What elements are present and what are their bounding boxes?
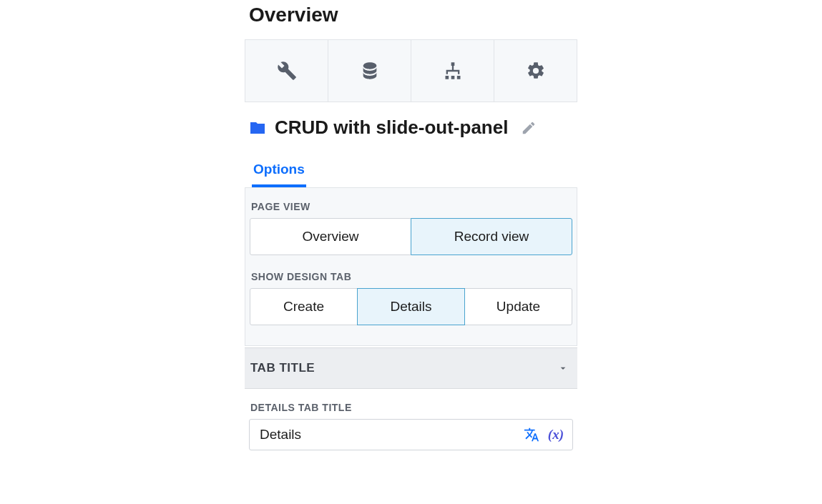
page-title: CRUD with slide-out-panel [275,117,508,139]
page-view-overview-button[interactable]: Overview [250,218,411,255]
page-view-label: PAGE VIEW [250,201,572,212]
design-tab-update-button[interactable]: Update [464,288,572,325]
tab-title-body: DETAILS TAB TITLE (x) [245,389,577,453]
database-icon[interactable] [328,40,411,102]
page-view-record-view-button[interactable]: Record view [411,218,572,255]
overview-title: Overview [245,4,577,26]
details-tab-title-label: DETAILS TAB TITLE [249,402,573,413]
design-tab-details-button[interactable]: Details [357,288,465,325]
tools-icon[interactable] [245,40,328,102]
tabs: Options [245,156,577,187]
show-design-tab-segmented: Create Details Update [250,288,572,325]
folder-icon [248,119,268,137]
variable-icon[interactable]: (x) [548,427,564,443]
top-nav [245,39,577,102]
details-tab-title-input-wrap: (x) [249,419,573,450]
gear-icon[interactable] [494,40,577,102]
tab-options[interactable]: Options [252,156,306,187]
sitemap-icon[interactable] [411,40,494,102]
details-tab-title-input[interactable] [260,427,515,443]
tab-title-header-text: TAB TITLE [250,361,315,375]
tab-title-collapsible-header[interactable]: TAB TITLE [245,347,577,389]
page-title-row: CRUD with slide-out-panel [245,117,577,139]
translate-icon[interactable] [524,427,539,443]
chevron-down-icon [557,362,569,374]
show-design-tab-label: SHOW DESIGN TAB [250,271,572,282]
options-body: PAGE VIEW Overview Record view SHOW DESI… [245,187,577,346]
design-tab-create-button[interactable]: Create [250,288,358,325]
pencil-icon[interactable] [521,120,537,136]
page-view-segmented: Overview Record view [250,218,572,255]
